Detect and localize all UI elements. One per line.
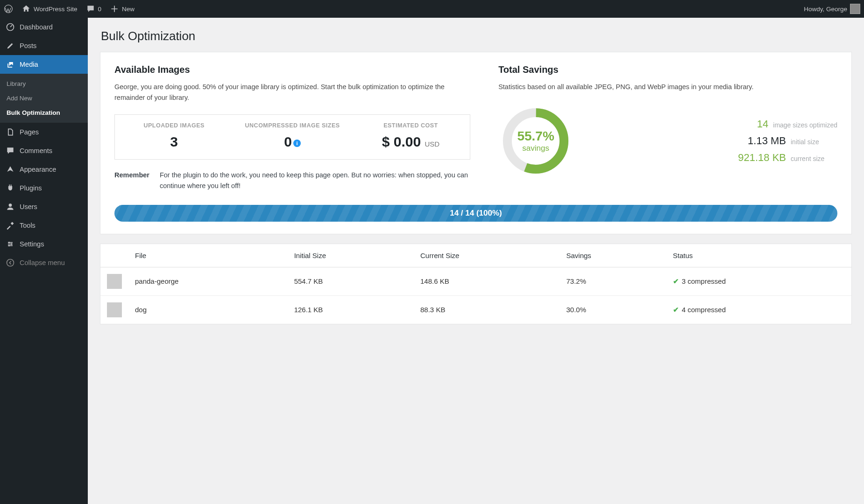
sidebar-item-posts[interactable]: Posts bbox=[0, 36, 88, 55]
avatar bbox=[850, 4, 860, 14]
stat-uploaded-label: UPLOADED IMAGES bbox=[119, 121, 229, 130]
sidebar-item-appearance[interactable]: Appearance bbox=[0, 160, 88, 179]
current-size-label: current size bbox=[791, 155, 837, 162]
media-submenu: Library Add New Bulk Optimization bbox=[0, 74, 88, 123]
svg-point-6 bbox=[7, 259, 14, 266]
optimized-label: image sizes optimized bbox=[773, 121, 837, 129]
sidebar-item-label: Dashboard bbox=[20, 23, 53, 31]
remember-label: Remember bbox=[114, 170, 149, 191]
sidebar-item-label: Pages bbox=[20, 128, 39, 136]
sidebar-item-dashboard[interactable]: Dashboard bbox=[0, 18, 88, 36]
sidebar-item-label: Plugins bbox=[20, 184, 42, 192]
sidebar-item-label: Tools bbox=[20, 222, 35, 229]
sidebar-item-media[interactable]: Media bbox=[0, 55, 88, 74]
value-text: $ 0.00 bbox=[382, 134, 421, 149]
wp-logo[interactable] bbox=[4, 4, 13, 14]
remember-note: Remember For the plugin to do the work, … bbox=[114, 170, 470, 191]
donut-percent: 55.7% bbox=[517, 129, 554, 144]
sidebar-item-settings[interactable]: Settings bbox=[0, 235, 88, 253]
page-title: Bulk Optimization bbox=[101, 29, 852, 43]
comments-link[interactable]: 0 bbox=[86, 4, 102, 14]
savings-desc: Statistics based on all available JPEG, … bbox=[498, 82, 837, 92]
thumbnail bbox=[107, 302, 122, 317]
sidebar-item-comments[interactable]: Comments bbox=[0, 141, 88, 160]
th-current: Current Size bbox=[414, 244, 559, 267]
progress-bar: 14 / 14 (100%) bbox=[114, 205, 837, 222]
sidebar-item-pages[interactable]: Pages bbox=[0, 123, 88, 141]
stat-cost-value: $ 0.00 USD bbox=[355, 134, 466, 150]
check-icon: ✔ bbox=[673, 277, 679, 285]
howdy-text: Howdy, George bbox=[804, 6, 847, 13]
submenu-bulk-optimization[interactable]: Bulk Optimization bbox=[0, 105, 88, 120]
admin-topbar: WordPress Site 0 New Howdy, George bbox=[0, 0, 864, 18]
submenu-library[interactable]: Library bbox=[0, 77, 88, 91]
sidebar-item-label: Media bbox=[20, 61, 38, 68]
th-initial: Initial Size bbox=[288, 244, 414, 267]
table-row: panda-george554.7 KB148.6 KB73.2%✔3 comp… bbox=[100, 267, 851, 295]
cell-initial: 126.1 KB bbox=[288, 295, 414, 324]
cell-status: ✔4 compressed bbox=[666, 295, 851, 324]
cell-current: 88.3 KB bbox=[414, 295, 559, 324]
cell-savings: 73.2% bbox=[559, 267, 666, 295]
stat-uncompressed-value: 0i bbox=[237, 134, 347, 150]
sidebar-item-users[interactable]: Users bbox=[0, 197, 88, 216]
stat-uploaded-value: 3 bbox=[119, 134, 229, 150]
sidebar-item-label: Posts bbox=[20, 42, 36, 49]
th-savings: Savings bbox=[559, 244, 666, 267]
sidebar-item-label: Collapse menu bbox=[20, 259, 65, 266]
table-row: dog126.1 KB88.3 KB30.0%✔4 compressed bbox=[100, 295, 851, 324]
howdy-link[interactable]: Howdy, George bbox=[804, 4, 860, 14]
submenu-add-new[interactable]: Add New bbox=[0, 91, 88, 105]
available-desc: George, you are doing good. 50% of your … bbox=[114, 82, 470, 103]
value-unit: USD bbox=[425, 140, 439, 148]
cell-savings: 30.0% bbox=[559, 295, 666, 324]
savings-heading: Total Savings bbox=[498, 64, 837, 75]
sidebar-item-plugins[interactable]: Plugins bbox=[0, 179, 88, 197]
donut-label: savings bbox=[522, 144, 549, 153]
new-label: New bbox=[122, 6, 135, 13]
progress-text: 14 / 14 (100%) bbox=[450, 209, 502, 218]
thumbnail bbox=[107, 274, 122, 289]
summary-panel: Available Images George, you are doing g… bbox=[100, 52, 852, 234]
stats-box: UPLOADED IMAGES 3 UNCOMPRESSED IMAGE SIZ… bbox=[114, 114, 470, 160]
site-link[interactable]: WordPress Site bbox=[21, 4, 78, 14]
sidebar-item-tools[interactable]: Tools bbox=[0, 216, 88, 235]
check-icon: ✔ bbox=[673, 306, 679, 314]
svg-point-2 bbox=[9, 203, 12, 207]
main-content: Bulk Optimization Available Images Georg… bbox=[88, 18, 864, 338]
savings-donut: 55.7% savings bbox=[498, 104, 573, 178]
th-status: Status bbox=[666, 244, 851, 267]
cell-current: 148.6 KB bbox=[414, 267, 559, 295]
available-heading: Available Images bbox=[114, 64, 470, 75]
new-link[interactable]: New bbox=[110, 4, 135, 14]
sidebar-item-label: Comments bbox=[20, 147, 52, 154]
svg-point-4 bbox=[11, 243, 12, 245]
sidebar-collapse[interactable]: Collapse menu bbox=[0, 253, 88, 272]
stat-uncompressed-label: UNCOMPRESSED IMAGE SIZES bbox=[237, 121, 347, 130]
remember-text: For the plugin to do the work, you need … bbox=[160, 170, 470, 191]
sidebar-item-label: Appearance bbox=[20, 166, 56, 173]
stat-cost-label: ESTIMATED COST bbox=[355, 121, 466, 130]
comments-count: 0 bbox=[98, 6, 102, 13]
sidebar-item-label: Settings bbox=[20, 240, 44, 248]
sidebar-item-label: Users bbox=[20, 203, 37, 210]
value-text: 0 bbox=[284, 134, 292, 149]
initial-size: 1.13 MB bbox=[730, 135, 786, 147]
results-panel: File Initial Size Current Size Savings S… bbox=[100, 244, 852, 324]
svg-point-3 bbox=[8, 242, 10, 243]
info-icon[interactable]: i bbox=[293, 140, 301, 147]
cell-file: panda-george bbox=[128, 267, 288, 295]
results-table: File Initial Size Current Size Savings S… bbox=[100, 244, 851, 324]
site-name: WordPress Site bbox=[34, 6, 78, 13]
cell-file: dog bbox=[128, 295, 288, 324]
initial-size-label: initial size bbox=[791, 138, 837, 146]
cell-initial: 554.7 KB bbox=[288, 267, 414, 295]
optimized-count: 14 bbox=[712, 118, 768, 130]
admin-sidebar: Dashboard Posts Media Library Add New Bu… bbox=[0, 18, 88, 338]
current-size: 921.18 KB bbox=[730, 152, 786, 164]
svg-point-5 bbox=[8, 245, 10, 246]
th-file: File bbox=[128, 244, 288, 267]
cell-status: ✔3 compressed bbox=[666, 267, 851, 295]
